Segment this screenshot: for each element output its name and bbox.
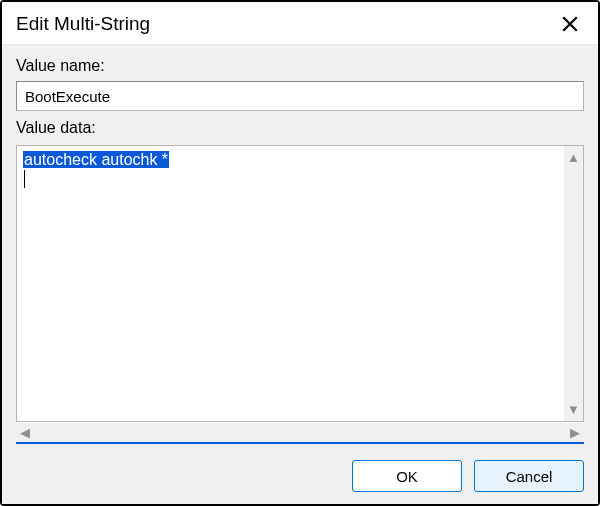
ok-button[interactable]: OK <box>352 460 462 492</box>
scroll-right-arrow-icon[interactable]: ▶ <box>566 425 584 440</box>
horizontal-scrollbar[interactable]: ◀ ▶ <box>16 422 584 442</box>
scroll-down-arrow-icon[interactable]: ▼ <box>567 398 580 421</box>
dialog-buttons: OK Cancel <box>16 450 584 492</box>
cancel-button[interactable]: Cancel <box>474 460 584 492</box>
close-icon <box>561 15 579 33</box>
value-name-input[interactable] <box>16 81 584 111</box>
scroll-up-arrow-icon[interactable]: ▲ <box>567 146 580 169</box>
value-data-textarea[interactable]: autocheck autochk * ▲ ▼ <box>16 145 584 422</box>
value-data-label: Value data: <box>16 119 584 137</box>
titlebar: Edit Multi-String <box>2 2 598 44</box>
dialog-body: Value name: Value data: autocheck autoch… <box>2 44 598 504</box>
scroll-left-arrow-icon[interactable]: ◀ <box>16 425 34 440</box>
selected-text: autocheck autochk * <box>23 151 169 168</box>
close-button[interactable] <box>556 10 584 38</box>
window-title: Edit Multi-String <box>16 13 150 35</box>
text-caret <box>24 170 25 188</box>
edit-multistring-dialog: Edit Multi-String Value name: Value data… <box>0 0 600 506</box>
value-name-label: Value name: <box>16 57 584 75</box>
focus-underline <box>16 442 584 444</box>
value-data-wrap: autocheck autochk * ▲ ▼ ◀ ▶ <box>16 145 584 444</box>
vertical-scrollbar[interactable]: ▲ ▼ <box>563 146 583 421</box>
textarea-content[interactable]: autocheck autochk * <box>17 146 563 421</box>
